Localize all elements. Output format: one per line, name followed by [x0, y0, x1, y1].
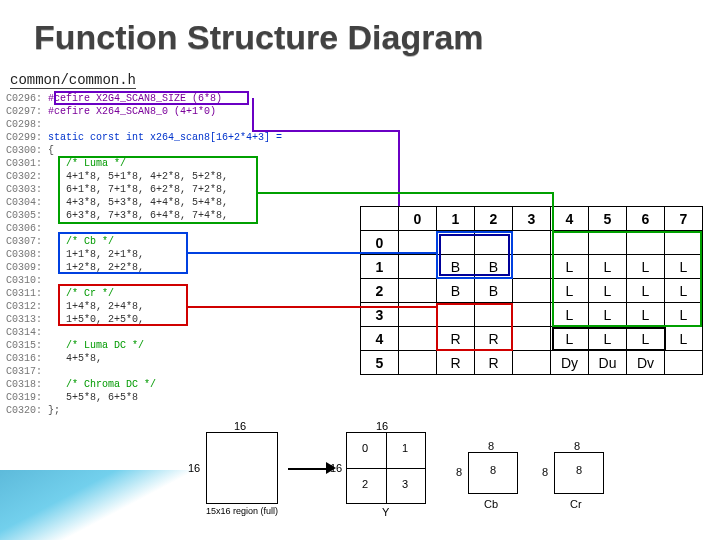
dim-label: 16	[376, 420, 388, 432]
grid-cell	[513, 327, 551, 351]
grid-cell: R	[437, 327, 475, 351]
grid-cell	[627, 231, 665, 255]
grid-cell: Dy	[551, 351, 589, 375]
row-header: 1	[361, 255, 399, 279]
cell-label: 8	[576, 464, 582, 476]
cell-label: 3	[402, 478, 408, 490]
arrow	[288, 468, 328, 470]
col-header: 0	[399, 207, 437, 231]
grid-cell	[589, 231, 627, 255]
y-label: Y	[382, 506, 389, 518]
grid-cell: L	[551, 279, 589, 303]
cell-label: 1	[402, 442, 408, 454]
dim-label: 8	[456, 466, 462, 478]
col-header: 2	[475, 207, 513, 231]
cb-label: Cb	[484, 498, 498, 510]
grid-cell: L	[665, 255, 703, 279]
grid-cell	[475, 303, 513, 327]
grid-cell	[513, 231, 551, 255]
connector-line	[252, 98, 254, 132]
grid-cell	[399, 279, 437, 303]
luma-connector	[552, 192, 554, 231]
grid-cell: R	[475, 327, 513, 351]
grid-cell: B	[475, 255, 513, 279]
luma-connector	[258, 192, 552, 194]
grid-cell: L	[627, 327, 665, 351]
row-header: 0	[361, 231, 399, 255]
grid-cell: L	[589, 327, 627, 351]
slide-title: Function Structure Diagram	[34, 18, 484, 57]
dim-label: 16	[330, 462, 342, 474]
grid-cell: L	[627, 303, 665, 327]
cr-connector	[188, 306, 436, 308]
grid-cell	[513, 255, 551, 279]
grid-cell	[399, 231, 437, 255]
cell-label: 0	[362, 442, 368, 454]
grid-cell	[551, 231, 589, 255]
grid-cell: L	[551, 327, 589, 351]
col-header: 6	[627, 207, 665, 231]
grid-cell: L	[589, 303, 627, 327]
layout-sub-diagram: 16 16 15x16 region (full) 0 1 2 3 16 16 …	[206, 422, 710, 530]
row-header: 2	[361, 279, 399, 303]
grid-cell: B	[437, 279, 475, 303]
grid-cell: B	[437, 255, 475, 279]
grid-cell: L	[665, 303, 703, 327]
grid-cell	[437, 231, 475, 255]
grid-cell	[399, 351, 437, 375]
grid-cell	[665, 351, 703, 375]
grid-cell	[665, 231, 703, 255]
grid-cell	[475, 231, 513, 255]
grid-cell: L	[665, 327, 703, 351]
col-header: 7	[665, 207, 703, 231]
grid-cell	[399, 255, 437, 279]
col-header: 1	[437, 207, 475, 231]
row-header: 5	[361, 351, 399, 375]
connector-line	[398, 130, 400, 206]
grid-cell: L	[589, 255, 627, 279]
dim-label: 16	[234, 420, 246, 432]
grid-cell: B	[475, 279, 513, 303]
grid-cell	[513, 303, 551, 327]
grid-cell: L	[665, 279, 703, 303]
grid-cell: R	[475, 351, 513, 375]
cell-label: 8	[490, 464, 496, 476]
col-header: 5	[589, 207, 627, 231]
grid-cell: L	[551, 303, 589, 327]
source-code-block: C0296: #cefire X2G4_SCAN8_SIZE (6*8) C02…	[6, 92, 282, 417]
col-header: 3	[513, 207, 551, 231]
grid-cell: L	[551, 255, 589, 279]
grid-cell	[399, 327, 437, 351]
row-header: 4	[361, 327, 399, 351]
connector-line	[252, 130, 398, 132]
cell-label: 2	[362, 478, 368, 490]
dim-label: 16	[188, 462, 200, 474]
grid-cell	[513, 279, 551, 303]
cb-connector	[188, 252, 436, 254]
col-header: 4	[551, 207, 589, 231]
grid-cell: L	[627, 255, 665, 279]
dim-label: 8	[488, 440, 494, 452]
file-path-label: common/common.h	[10, 72, 136, 89]
grid-cell: L	[589, 279, 627, 303]
grid-cell: Du	[589, 351, 627, 375]
big-region-rect	[206, 432, 278, 504]
region-caption: 15x16 region (full)	[206, 506, 278, 516]
grid-cell: Dv	[627, 351, 665, 375]
grid-cell	[513, 351, 551, 375]
grid-cell: L	[627, 279, 665, 303]
dim-label: 8	[574, 440, 580, 452]
cr-label: Cr	[570, 498, 582, 510]
grid-cell	[437, 303, 475, 327]
grid-cell: R	[437, 351, 475, 375]
dim-label: 8	[542, 466, 548, 478]
scan8-grid-table: 0123456701BBLLLL2BBLLLL3LLLL4RRLLLL5RRDy…	[360, 206, 703, 375]
